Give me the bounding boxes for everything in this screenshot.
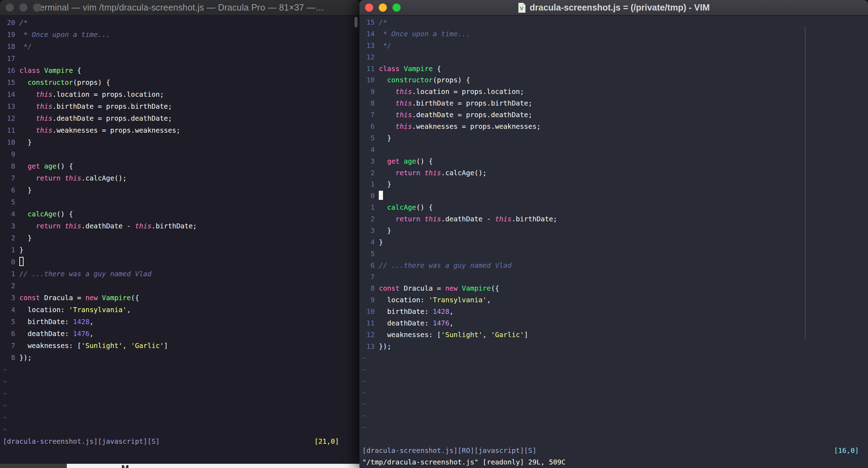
line-number: 13 [3, 101, 15, 113]
code-line: 1// ...there was a guy named Vlad [3, 268, 359, 280]
close-button[interactable] [6, 4, 14, 12]
code-line: 0 [3, 256, 359, 268]
code-line: 15/* [362, 17, 868, 29]
line-number: 6 [3, 184, 15, 196]
code-line: 11class Vampire { [362, 63, 868, 75]
line-number: 8 [3, 352, 15, 364]
code-line: 5 [362, 248, 868, 260]
vim-statusline: [dracula-screenshot.js][RO][javascript][… [359, 445, 868, 457]
line-number: 10 [362, 306, 375, 318]
line-number: 0 [3, 256, 15, 268]
terminal-window: Terminal — vim /tmp/dracula-screenshot.j… [0, 0, 359, 464]
traffic-lights-active [365, 4, 401, 12]
line-number: 5 [362, 133, 375, 144]
line-number: 6 [3, 328, 15, 340]
line-number: 14 [3, 89, 15, 101]
code-line: 16class Vampire { [3, 65, 359, 77]
line-number: 2 [3, 232, 15, 244]
statusline-ruler: [16,0] [834, 445, 859, 457]
line-number: 8 [3, 160, 15, 172]
code-line: 5 birthDate: 1428, [3, 316, 359, 328]
statusline-ruler: [21,0] [314, 436, 339, 448]
code-line: 7 weaknesses: ['Sunlight', 'Garlic'] [3, 340, 359, 352]
tilde-line: ~ [362, 410, 868, 422]
code-line: 3 get age() { [362, 156, 868, 167]
vim-document-icon: V [518, 3, 526, 13]
vim-cursor [19, 257, 24, 266]
code-line: 2 } [3, 232, 359, 244]
macvim-titlebar[interactable]: V dracula-screenshot.js = (/private/tmp)… [359, 0, 868, 15]
tilde-line: ~ [3, 364, 359, 376]
traffic-lights-inactive [6, 4, 41, 12]
tilde-line: ~ [362, 399, 868, 410]
line-number: 5 [362, 248, 375, 260]
line-number: 15 [3, 77, 15, 89]
line-number: 4 [362, 237, 375, 248]
line-number: 12 [362, 52, 375, 63]
line-number: 1 [362, 179, 375, 190]
line-number: 20 [3, 17, 15, 29]
terminal-titlebar[interactable]: Terminal — vim /tmp/dracula-screenshot.j… [0, 0, 359, 15]
code-line: 6// ...there was a guy named Vlad [362, 260, 868, 272]
background-dark-area [0, 464, 67, 468]
code-line: 18 */ [3, 41, 359, 53]
code-line: 3const Dracula = new Vampire({ [3, 292, 359, 304]
line-number: 4 [362, 144, 375, 156]
code-line: 7 return this.calcAge(); [3, 172, 359, 184]
code-line: 13 this.birthDate = props.birthDate; [3, 101, 359, 113]
code-line: 6 deathDate: 1476, [3, 328, 359, 340]
scrollbar-thumb[interactable] [355, 17, 358, 27]
zoom-button[interactable] [392, 4, 401, 12]
line-number: 1 [3, 244, 15, 256]
code-line: 2 [3, 280, 359, 292]
line-number: 10 [3, 137, 15, 148]
code-line: 4} [362, 237, 868, 248]
line-number: 13 [362, 341, 375, 353]
line-number: 9 [3, 148, 15, 160]
vim-statusline: [dracula-screenshot.js][javascript][S] [… [0, 436, 359, 448]
code-line: 9 [3, 148, 359, 160]
vim-buffer[interactable]: 15/*14 * Once upon a time...13 */1211cla… [359, 15, 868, 468]
zoom-button[interactable] [33, 4, 41, 12]
vim-buffer[interactable]: 20/*19 * Once upon a time...18 */1716cla… [0, 15, 359, 464]
line-number: 6 [362, 121, 375, 133]
macvim-window: V dracula-screenshot.js = (/private/tmp)… [359, 0, 868, 468]
code-line: 5 } [362, 133, 868, 144]
tilde-line: ~ [3, 400, 359, 412]
line-number: 4 [3, 304, 15, 316]
line-number: 1 [362, 202, 375, 214]
window-title: Terminal — vim /tmp/dracula-screenshot.j… [0, 2, 359, 13]
vim-command-line: "/tmp/dracula-screenshot.js" [readonly] … [362, 457, 566, 468]
tilde-line: ~ [362, 422, 868, 434]
line-number: 4 [3, 208, 15, 220]
line-number: 2 [362, 167, 375, 179]
code-line: 12 weaknesses: ['Sunlight', 'Garlic'] [362, 329, 868, 341]
code-line: 19 * Once upon a time... [3, 29, 359, 41]
code-line: 1 } [362, 179, 868, 190]
line-number: 11 [362, 63, 375, 75]
svg-text:V: V [520, 5, 523, 11]
code-line: 11 deathDate: 1476, [362, 318, 868, 329]
code-line: 8 get age() { [3, 160, 359, 172]
code-line: 14 this.location = props.location; [3, 89, 359, 101]
line-number: 1 [3, 268, 15, 280]
code-line: 6 this.weaknesses = props.weaknesses; [362, 121, 868, 133]
line-number: 3 [3, 292, 15, 304]
tilde-line: ~ [3, 376, 359, 388]
line-number: 7 [3, 340, 15, 352]
minimize-button[interactable] [19, 4, 27, 12]
code-line: 12 this.deathDate = props.deathDate; [3, 113, 359, 125]
minimize-button[interactable] [379, 4, 387, 12]
code-line: 9 location: 'Transylvania', [362, 295, 868, 306]
line-number: 11 [362, 318, 375, 329]
code-line: 14 * Once upon a time... [362, 29, 868, 40]
tilde-line: ~ [3, 424, 359, 436]
line-number: 0 [362, 190, 375, 202]
scrollbar-thumb[interactable] [805, 26, 806, 339]
code-line: 3 return this.deathDate - this.birthDate… [3, 220, 359, 232]
line-number: 9 [362, 295, 375, 306]
code-line: 15 constructor(props) { [3, 77, 359, 89]
close-button[interactable] [365, 4, 373, 12]
line-number: 17 [3, 53, 15, 65]
code-line: 1 calcAge() { [362, 202, 868, 214]
